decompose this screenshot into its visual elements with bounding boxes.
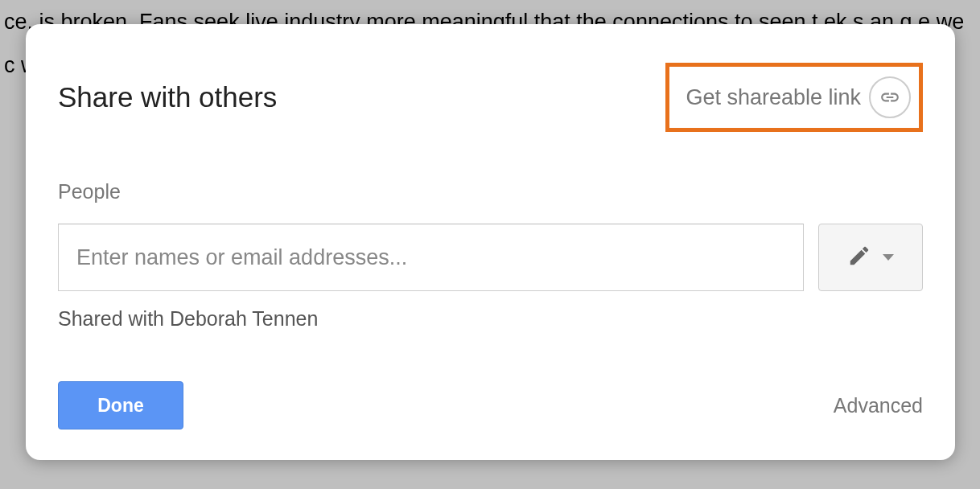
done-button[interactable]: Done bbox=[58, 381, 183, 429]
share-dialog: Share with others Get shareable link Peo… bbox=[26, 24, 955, 460]
dialog-title: Share with others bbox=[58, 81, 277, 113]
people-input-row bbox=[58, 224, 923, 291]
pencil-icon bbox=[847, 244, 871, 271]
shared-with-text: Shared with Deborah Tennen bbox=[58, 307, 923, 331]
shareable-link-label: Get shareable link bbox=[686, 85, 861, 110]
chevron-down-icon bbox=[883, 254, 894, 261]
people-section-label: People bbox=[58, 180, 923, 203]
dialog-header: Share with others Get shareable link bbox=[58, 63, 923, 132]
link-icon bbox=[869, 76, 911, 118]
permission-dropdown-button[interactable] bbox=[818, 224, 923, 291]
dialog-footer: Done Advanced bbox=[58, 381, 923, 429]
advanced-link[interactable]: Advanced bbox=[834, 394, 923, 417]
get-shareable-link-button[interactable]: Get shareable link bbox=[665, 63, 923, 132]
people-input[interactable] bbox=[58, 224, 804, 291]
